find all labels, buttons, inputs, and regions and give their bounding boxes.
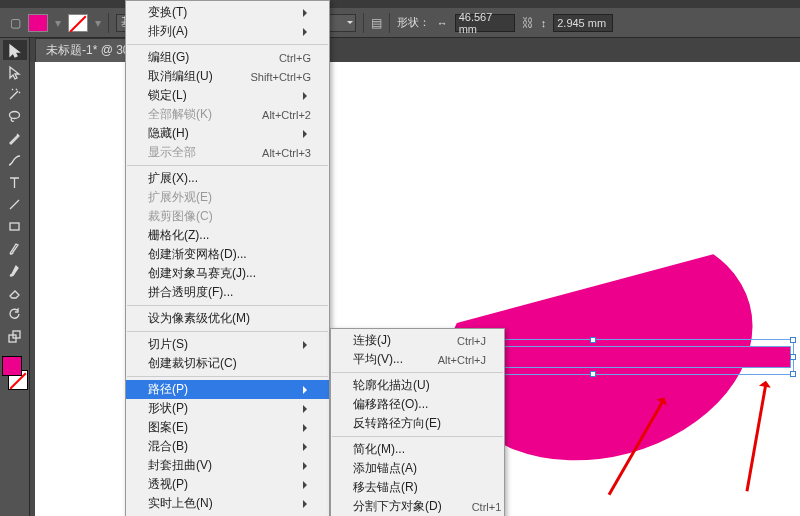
- menu-item[interactable]: 创建对象马赛克(J)...: [126, 264, 329, 283]
- tool-scale[interactable]: [3, 326, 27, 346]
- path-submenu[interactable]: 连接(J)Ctrl+J平均(V)...Alt+Ctrl+J轮廓化描边(U)偏移路…: [330, 328, 505, 516]
- menu-item[interactable]: 实时上色(N): [126, 494, 329, 513]
- tool-lasso[interactable]: [3, 106, 27, 126]
- svg-point-0: [10, 111, 20, 118]
- object-menu[interactable]: 变换(T)排列(A)编组(G)Ctrl+G取消编组(U)Shift+Ctrl+G…: [125, 0, 330, 516]
- menu-item[interactable]: 创建渐变网格(D)...: [126, 245, 329, 264]
- tool-rotate[interactable]: [3, 304, 27, 324]
- menu-item[interactable]: 创建裁切标记(C): [126, 354, 329, 373]
- menu-item[interactable]: 连接(J)Ctrl+J: [331, 331, 504, 350]
- menu-item: 扩展外观(E): [126, 188, 329, 207]
- svg-rect-1: [10, 223, 19, 230]
- menu-item: 显示全部Alt+Ctrl+3: [126, 143, 329, 162]
- menu-item[interactable]: 平均(V)...Alt+Ctrl+J: [331, 350, 504, 369]
- fill-swatch[interactable]: [28, 14, 48, 32]
- width-icon: ↔: [437, 17, 448, 29]
- menubar[interactable]: [0, 0, 800, 8]
- menu-item[interactable]: 反转路径方向(E): [331, 414, 504, 433]
- menu-item[interactable]: 图案(E): [126, 418, 329, 437]
- stroke-swatch[interactable]: [68, 14, 88, 32]
- tool-panel: [0, 38, 30, 516]
- menu-item[interactable]: 封套扭曲(V): [126, 456, 329, 475]
- tool-curv[interactable]: [3, 150, 27, 170]
- menu-item[interactable]: 添加锚点(A): [331, 459, 504, 478]
- tool-line[interactable]: [3, 194, 27, 214]
- menu-item[interactable]: 编组(G)Ctrl+G: [126, 48, 329, 67]
- annotation-arrow: [745, 383, 767, 492]
- tool-type[interactable]: [3, 172, 27, 192]
- shape-label: 形状：: [397, 15, 430, 30]
- menu-item: 裁剪图像(C): [126, 207, 329, 226]
- menu-item[interactable]: 路径(P): [126, 380, 329, 399]
- menu-item[interactable]: 栅格化(Z)...: [126, 226, 329, 245]
- menu-item[interactable]: 移去锚点(R): [331, 478, 504, 497]
- menu-item[interactable]: 取消编组(U)Shift+Ctrl+G: [126, 67, 329, 86]
- menu-item[interactable]: 分割下方对象(D)Ctrl+1: [331, 497, 504, 516]
- width-field[interactable]: 46.567 mm: [455, 14, 515, 32]
- height-icon: ↕: [541, 17, 547, 29]
- menu-item: 全部解锁(K)Alt+Ctrl+2: [126, 105, 329, 124]
- tool-rect[interactable]: [3, 216, 27, 236]
- menu-item[interactable]: 轮廓化描边(U): [331, 376, 504, 395]
- menu-item[interactable]: 锁定(L): [126, 86, 329, 105]
- align-icon[interactable]: ▤: [371, 16, 382, 30]
- menu-item[interactable]: 简化(M)...: [331, 440, 504, 459]
- menu-item[interactable]: 切片(S): [126, 335, 329, 354]
- anchor-icon: ▢: [10, 16, 21, 30]
- menu-item[interactable]: 透视(P): [126, 475, 329, 494]
- menu-item[interactable]: 形状(P): [126, 399, 329, 418]
- tool-cursor[interactable]: [3, 40, 27, 60]
- tool-brush[interactable]: [3, 238, 27, 258]
- menu-item[interactable]: 拼合透明度(F)...: [126, 283, 329, 302]
- menu-item[interactable]: 扩展(X)...: [126, 169, 329, 188]
- tool-blob[interactable]: [3, 260, 27, 280]
- menu-item[interactable]: 变换(T): [126, 3, 329, 22]
- fill-stroke-indicator[interactable]: [2, 356, 28, 390]
- height-field[interactable]: 2.945 mm: [553, 14, 613, 32]
- menu-item[interactable]: 设为像素级优化(M): [126, 309, 329, 328]
- tool-pen[interactable]: [3, 128, 27, 148]
- document-tabbar: 未标题-1* @ 300% ✕: [0, 38, 800, 62]
- link-wh-icon[interactable]: ⛓: [522, 16, 534, 30]
- tool-eraser[interactable]: [3, 282, 27, 302]
- options-toolbar: ▢ ▾ ▾ 基本 不透明度 100% 样式： ▤ 形状： ↔ 46.567 mm…: [0, 8, 800, 38]
- menu-item[interactable]: 排列(A): [126, 22, 329, 41]
- menu-item[interactable]: 混合(B): [126, 437, 329, 456]
- menu-item[interactable]: 隐藏(H): [126, 124, 329, 143]
- menu-item[interactable]: 偏移路径(O)...: [331, 395, 504, 414]
- tool-direct[interactable]: [3, 62, 27, 82]
- tool-wand[interactable]: [3, 84, 27, 104]
